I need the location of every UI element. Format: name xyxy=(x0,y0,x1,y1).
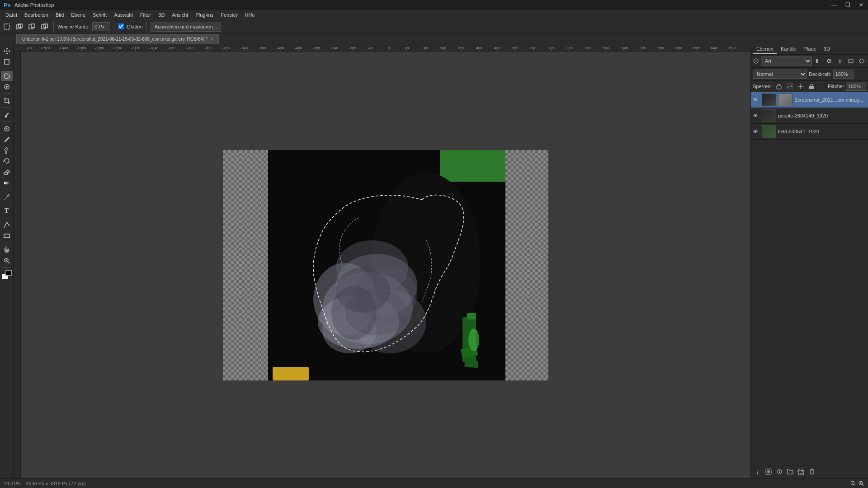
opacity-label: Deckkraft: xyxy=(809,71,831,77)
gradient-tool[interactable] xyxy=(1,178,13,188)
lock-image-btn[interactable] xyxy=(785,82,794,91)
weiche-kante-input[interactable] xyxy=(92,22,110,31)
tab-3d[interactable]: 3D xyxy=(820,44,834,54)
layer-thumb-1 xyxy=(762,109,776,122)
app-logo: Ps xyxy=(4,2,11,9)
panel-tabs: Ebenen Kanäle Pfade 3D xyxy=(751,44,868,55)
lock-transparent-btn[interactable] xyxy=(774,82,783,91)
layer-adjustment-icon[interactable] xyxy=(825,56,834,66)
type-tool[interactable]: T xyxy=(1,206,13,216)
tool-sep-5 xyxy=(2,190,11,190)
opacity-input[interactable] xyxy=(833,70,854,79)
menu-3d[interactable]: 3D xyxy=(155,11,168,19)
zoom-in-icon[interactable] xyxy=(858,480,864,487)
menu-bearbeiten[interactable]: Bearbeiten xyxy=(21,11,52,19)
layer-visibility-0[interactable]: 👁 xyxy=(753,97,760,103)
spot-heal-tool[interactable] xyxy=(1,124,13,134)
lock-artboard-btn[interactable] xyxy=(796,82,805,91)
rect-shape-tool[interactable] xyxy=(1,231,13,241)
menu-auswahl[interactable]: Auswahl xyxy=(110,11,137,19)
svg-line-28 xyxy=(8,262,9,263)
menu-fenster[interactable]: Fenster xyxy=(217,11,241,19)
glatten-label[interactable]: Glätten xyxy=(127,24,142,29)
stamp-tool[interactable] xyxy=(1,145,13,155)
left-transparent-area xyxy=(223,150,268,380)
lock-label: Sperren: xyxy=(753,84,772,89)
menu-datei[interactable]: Datei xyxy=(2,11,21,19)
svg-line-76 xyxy=(862,484,863,486)
menu-ebene[interactable]: Ebene xyxy=(67,11,89,19)
layer-new-btn[interactable] xyxy=(796,467,806,477)
tab-kanaele[interactable]: Kanäle xyxy=(777,44,800,54)
layer-shape-icon[interactable] xyxy=(846,56,855,66)
eyedropper-tool[interactable] xyxy=(1,110,13,120)
layer-visibility-2[interactable]: 👁 xyxy=(753,128,760,135)
menu-hilfe[interactable]: Hilfe xyxy=(241,11,258,19)
layer-filter-select[interactable]: Art xyxy=(761,56,812,66)
svg-rect-5 xyxy=(31,24,35,28)
pen-tool[interactable] xyxy=(1,192,13,202)
layer-type-icon[interactable] xyxy=(814,56,823,66)
intersect-select-icon[interactable] xyxy=(40,22,50,32)
menu-plugins[interactable]: Plug-ins xyxy=(192,11,217,19)
add-select-icon[interactable]: + xyxy=(14,22,24,32)
right-transparent-area xyxy=(505,150,548,380)
tab-close-icon[interactable]: × xyxy=(210,37,213,42)
zoom-tool[interactable] xyxy=(1,256,13,266)
zoom-out-icon[interactable] xyxy=(850,480,856,487)
layer-mask-btn[interactable] xyxy=(764,467,774,477)
ruler-corner xyxy=(14,44,27,52)
svg-line-16 xyxy=(6,113,9,116)
auswaehlen-maskieren-button[interactable]: Auswählen und maskieren... xyxy=(151,22,221,32)
maximize-button[interactable]: ❐ xyxy=(841,0,854,10)
fg-bg-color[interactable] xyxy=(1,270,13,280)
close-button[interactable]: ✕ xyxy=(854,0,868,10)
menu-bild[interactable]: Bild xyxy=(52,11,67,19)
crop-tool[interactable] xyxy=(1,96,13,106)
quick-select-tool[interactable] xyxy=(1,82,13,92)
subtract-select-icon[interactable] xyxy=(27,22,37,32)
glatten-checkbox[interactable] xyxy=(118,23,124,29)
svg-rect-17 xyxy=(5,115,7,118)
artboard-tool[interactable] xyxy=(1,57,13,67)
layer-smart-icon[interactable] xyxy=(857,56,866,66)
svg-rect-26 xyxy=(4,234,9,238)
eraser-tool[interactable] xyxy=(1,167,13,177)
layer-item-2[interactable]: 👁 field-533541_1920 xyxy=(751,124,868,140)
titlebar-controls[interactable]: — ❐ ✕ xyxy=(827,0,868,10)
layer-actions: ƒ xyxy=(751,465,868,478)
path-select-tool[interactable] xyxy=(1,220,13,230)
hand-tool[interactable] xyxy=(1,245,13,255)
canvas-container[interactable] xyxy=(21,52,750,478)
lasso-tool[interactable] xyxy=(1,71,13,81)
layer-fx-btn[interactable]: ƒ xyxy=(753,467,763,477)
blend-mode-select[interactable]: Normal xyxy=(753,70,807,79)
layer-visibility-1[interactable]: 👁 xyxy=(753,113,760,119)
tab-pfade[interactable]: Pfade xyxy=(800,44,820,54)
fill-input[interactable] xyxy=(846,82,866,91)
svg-text:+: + xyxy=(20,23,22,27)
tool-sep-1 xyxy=(2,69,11,69)
history-tool[interactable] xyxy=(1,156,13,166)
menu-schrift[interactable]: Schrift xyxy=(89,11,110,19)
layer-group-btn[interactable] xyxy=(785,467,795,477)
layer-adjustment-btn[interactable] xyxy=(774,467,784,477)
svg-rect-0 xyxy=(4,24,9,29)
layer-name-2: field-533541_1920 xyxy=(778,129,866,134)
main-layout: T xyxy=(0,44,868,478)
layer-item-1[interactable]: 👁 people-2604149_1920 xyxy=(751,108,868,124)
new-select-icon[interactable] xyxy=(2,22,12,32)
layer-item-0[interactable]: 👁 Screenshot_2021...om.miui.gallery xyxy=(751,92,868,108)
minimize-button[interactable]: — xyxy=(827,0,841,10)
lock-all-btn[interactable] xyxy=(807,82,816,91)
brush-tool[interactable] xyxy=(1,135,13,145)
menu-ansicht[interactable]: Ansicht xyxy=(168,11,192,19)
document-dims: 4936 Px x 3319 Px (72 ppi) xyxy=(26,481,86,486)
tab-ebenen[interactable]: Ebenen xyxy=(753,44,777,54)
layer-delete-btn[interactable] xyxy=(807,467,817,477)
tool-sep-3 xyxy=(2,108,11,108)
canvas-tab[interactable]: Unbenannt-1 bei 19,3% (Screenshot_2021-0… xyxy=(16,34,219,44)
move-tool[interactable] xyxy=(1,46,13,56)
menu-filter[interactable]: Filter xyxy=(137,11,155,19)
layer-text-icon[interactable]: T xyxy=(835,56,844,66)
